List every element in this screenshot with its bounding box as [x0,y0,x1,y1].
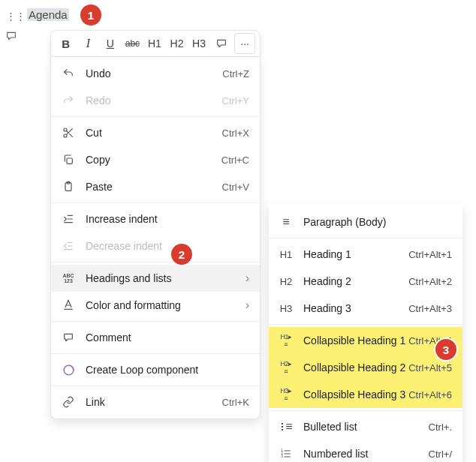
link-item[interactable]: Link Ctrl+K [51,388,260,416]
context-menu: Undo Ctrl+Z Redo Ctrl+Y Cut Ctrl+X Copy … [50,57,261,419]
heading-1-shortcut: Ctrl+Alt+1 [408,249,452,260]
comment-button[interactable] [211,33,232,54]
decrease-indent-item: Decrease indent [51,232,260,260]
loop-component-icon [60,362,77,378]
svg-text:3: 3 [281,454,283,458]
paragraph-item[interactable]: ≡ Paragraph (Body) [269,208,462,236]
menu-separator [51,262,260,262]
menu-separator [51,353,260,354]
submenu-separator [269,324,462,325]
collapsible-heading-2-item[interactable]: H2▸≡ Collapsible Heading 2 Ctrl+Alt+5 [269,354,462,381]
menu-separator [51,116,260,117]
collapsible-heading-1-label: Collapsible Heading 1 [303,334,408,346]
bulleted-list-label: Bulleted list [303,421,429,433]
headings-and-lists-label: Headings and lists [86,272,240,284]
bulleted-list-item[interactable]: ⫶≡ Bulleted list Ctrl+. [269,413,462,440]
heading-2-label: Heading 2 [303,275,408,287]
annotation-callout-1: 1 [80,4,101,26]
menu-separator [51,386,260,386]
comment-label: Comment [86,332,249,344]
cut-item[interactable]: Cut Ctrl+X [51,119,260,146]
formatting-toolbar: B I U abc H1 H2 H3 ··· [50,30,261,57]
decrease-indent-label: Decrease indent [86,240,249,252]
redo-label: Redo [86,94,222,106]
collapsible-heading-3-item[interactable]: H3▸≡ Collapsible Heading 3 Ctrl+Alt+6 [269,381,462,408]
cut-shortcut: Ctrl+X [222,128,249,139]
strikethrough-button[interactable]: abc [122,33,143,54]
numbered-list-label: Numbered list [303,448,429,460]
bulleted-list-shortcut: Ctrl+. [429,422,452,433]
heading-3-shortcut: Ctrl+Alt+3 [408,303,452,314]
italic-button[interactable]: I [78,33,99,54]
paragraph-icon: ≡ [278,216,294,228]
bulleted-list-icon: ⫶≡ [278,421,294,433]
menu-separator [51,202,260,203]
numbered-list-icon: 123 [278,448,294,460]
h3-icon: H3 [278,303,294,314]
heading-3-item[interactable]: H3 Heading 3 Ctrl+Alt+3 [269,295,462,322]
h1-button[interactable]: H1 [144,33,165,54]
svg-line-3 [70,134,73,137]
link-icon [60,394,77,410]
underline-button[interactable]: U [100,33,121,54]
undo-label: Undo [86,68,222,80]
svg-rect-5 [67,158,72,164]
collapsible-heading-3-label: Collapsible Heading 3 [303,388,408,400]
paste-label: Paste [86,181,222,193]
increase-indent-item[interactable]: Increase indent [51,206,260,232]
heading-3-label: Heading 3 [303,302,408,314]
redo-item: Redo Ctrl+Y [51,87,260,114]
drag-handle-icon[interactable]: ⋮⋮ [6,11,26,21]
chevron-right-icon: › [246,272,249,284]
undo-shortcut: Ctrl+Z [222,68,249,80]
comment-item[interactable]: Comment [51,324,260,351]
numbered-list-shortcut: Ctrl+/ [429,448,452,460]
heading-1-label: Heading 1 [303,248,408,260]
bold-button[interactable]: B [56,33,77,54]
paste-shortcut: Ctrl+V [222,182,249,193]
h1-icon: H1 [278,249,294,260]
headings-lists-icon: ABC123 [60,270,77,286]
collapsible-heading-3-shortcut: Ctrl+Alt+6 [408,389,452,400]
copy-label: Copy [86,154,221,166]
undo-item[interactable]: Undo Ctrl+Z [51,60,260,87]
create-loop-label: Create Loop component [86,364,249,376]
indent-increase-icon [60,211,77,227]
chevron-right-icon: › [246,299,249,311]
collapsible-heading-2-shortcut: Ctrl+Alt+5 [408,362,452,374]
h3-button[interactable]: H3 [188,33,209,54]
copy-icon [60,152,77,168]
paste-item[interactable]: Paste Ctrl+V [51,173,260,200]
paragraph-label: Paragraph (Body) [303,216,452,228]
link-label: Link [86,396,222,408]
copy-shortcut: Ctrl+C [221,154,249,166]
heading-2-item[interactable]: H2 Heading 2 Ctrl+Alt+2 [269,268,462,295]
redo-shortcut: Ctrl+Y [222,95,249,106]
scissors-icon [60,124,77,141]
redo-icon [60,92,77,109]
heading-1-item[interactable]: H1 Heading 1 Ctrl+Alt+1 [269,241,462,268]
h2-button[interactable]: H2 [167,33,188,54]
copy-item[interactable]: Copy Ctrl+C [51,146,260,173]
submenu-separator [269,410,462,411]
annotation-callout-3: 3 [435,339,456,360]
color-formatting-icon [60,297,77,314]
color-and-formatting-label: Color and formatting [86,299,240,311]
color-and-formatting-item[interactable]: Color and formatting › [51,292,260,319]
collapsible-heading-1-item[interactable]: H1▸≡ Collapsible Heading 1 Ctrl+Alt+4 [269,327,462,354]
collapsible-h2-icon: H2▸≡ [278,361,294,375]
increase-indent-label: Increase indent [86,213,249,225]
numbered-list-item[interactable]: 123 Numbered list Ctrl+/ [269,440,462,462]
heading-2-shortcut: Ctrl+Alt+2 [408,276,452,287]
clipboard-icon [60,178,77,195]
annotation-callout-2: 2 [171,244,192,265]
headings-lists-submenu: ≡ Paragraph (Body) H1 Heading 1 Ctrl+Alt… [269,204,462,462]
headings-and-lists-item[interactable]: ABC123 Headings and lists › [51,265,260,292]
comment-thread-icon[interactable] [5,30,17,42]
collapsible-heading-2-label: Collapsible Heading 2 [303,362,408,374]
submenu-separator [269,238,462,238]
collapsible-h3-icon: H3▸≡ [278,388,294,402]
selection-highlight: Agenda [27,8,69,21]
toolbar-overflow-button[interactable]: ··· [234,33,255,54]
create-loop-item[interactable]: Create Loop component [51,356,260,383]
